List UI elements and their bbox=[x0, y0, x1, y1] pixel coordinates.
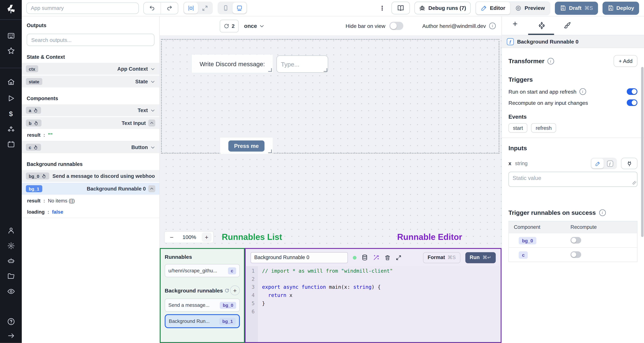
more-options-kebab[interactable]: ⋮ bbox=[378, 4, 387, 12]
chevron-up-icon[interactable] bbox=[148, 120, 155, 126]
code-editor[interactable]: 123456 // import * as wmill from "windmi… bbox=[246, 266, 501, 342]
cache-database-icon[interactable] bbox=[361, 254, 368, 261]
resize-handle[interactable] bbox=[268, 150, 272, 153]
info-icon[interactable]: i bbox=[579, 88, 586, 95]
resize-handle[interactable] bbox=[324, 68, 327, 72]
runnable-name-input[interactable] bbox=[250, 252, 348, 263]
expand-canvas-button[interactable] bbox=[198, 2, 212, 14]
runnable-item-bg1-selected[interactable]: Background Run... bg_1 bbox=[165, 314, 240, 328]
discord-message-input[interactable] bbox=[276, 56, 328, 73]
info-icon[interactable]: i bbox=[547, 58, 554, 64]
schedules-icon[interactable] bbox=[7, 140, 15, 148]
user-icon[interactable] bbox=[7, 227, 15, 234]
add-transformer-button[interactable]: + Add bbox=[614, 55, 638, 67]
folders-icon[interactable] bbox=[7, 272, 15, 280]
line-numbers: 123456 bbox=[246, 266, 258, 342]
redo-button[interactable] bbox=[160, 2, 178, 14]
text-component[interactable]: Write Discord message: bbox=[192, 54, 273, 72]
recompute-label: Recompute on any input changes bbox=[508, 100, 588, 106]
windmill-logo[interactable] bbox=[6, 3, 16, 16]
zoom-in-button[interactable]: + bbox=[202, 232, 212, 242]
runs-icon[interactable] bbox=[7, 94, 15, 102]
debug-runs-button[interactable]: Debug runs (7) bbox=[414, 2, 471, 14]
output-row-c[interactable]: c Button bbox=[22, 141, 159, 153]
variables-icon[interactable]: $ bbox=[9, 110, 13, 118]
canvas-surface[interactable]: Write Discord message: Press me − 100% +… bbox=[160, 35, 502, 248]
star-icon[interactable] bbox=[7, 47, 15, 54]
settings-gear-icon[interactable] bbox=[7, 242, 15, 250]
ai-wand-icon[interactable] bbox=[373, 254, 380, 261]
audit-eye-icon[interactable] bbox=[7, 288, 15, 295]
refresh-interval-dropdown[interactable]: once bbox=[244, 23, 264, 29]
bg0-recompute-toggle[interactable] bbox=[570, 237, 581, 244]
format-button[interactable]: Format ⌘S bbox=[423, 252, 460, 263]
undo-button[interactable] bbox=[144, 2, 160, 14]
home-icon[interactable] bbox=[7, 78, 15, 86]
a-label: Text bbox=[138, 107, 148, 113]
scrollbar-thumb[interactable] bbox=[641, 67, 644, 237]
textinput-component[interactable] bbox=[276, 56, 328, 73]
tab-component-settings[interactable] bbox=[538, 21, 546, 30]
chevron-down-icon[interactable] bbox=[150, 79, 155, 84]
chevron-down-icon[interactable] bbox=[150, 66, 155, 71]
output-row-ctx[interactable]: ctx App Context bbox=[22, 63, 159, 75]
run-on-start-toggle[interactable] bbox=[627, 88, 638, 95]
chevron-up-icon[interactable] bbox=[148, 185, 155, 192]
runnable-item-bg0[interactable]: Send a message... bg_0 bbox=[165, 298, 240, 312]
c-recompute-toggle[interactable] bbox=[570, 251, 581, 258]
static-value-textarea[interactable] bbox=[508, 172, 638, 187]
resources-icon[interactable] bbox=[7, 126, 15, 134]
chevron-down-icon[interactable] bbox=[150, 145, 155, 150]
event-start-pill[interactable]: start bbox=[508, 123, 528, 133]
recompute-toggle[interactable] bbox=[627, 100, 638, 106]
runnable-item-badge: bg_0 bbox=[220, 302, 236, 309]
output-row-a[interactable]: a Text bbox=[22, 104, 159, 116]
apps-icon[interactable] bbox=[7, 32, 15, 40]
expand-editor-icon[interactable] bbox=[396, 254, 402, 260]
tab-theme-brush[interactable] bbox=[564, 21, 571, 29]
eval-mode-function-button[interactable]: ƒ bbox=[604, 158, 616, 168]
status-dot bbox=[353, 256, 356, 259]
tab-insert-component[interactable]: + bbox=[512, 19, 518, 29]
button-component[interactable]: Press me bbox=[220, 138, 273, 154]
connect-plug-button[interactable] bbox=[621, 158, 638, 169]
draft-button[interactable]: Draft ⌘S bbox=[555, 2, 598, 14]
add-background-runnable-button[interactable]: + bbox=[230, 286, 240, 295]
code-content[interactable]: // import * as wmill from "windmill-clie… bbox=[258, 266, 500, 342]
output-row-state[interactable]: state State bbox=[22, 76, 159, 88]
center-align-button[interactable] bbox=[184, 2, 198, 14]
output-row-bg1[interactable]: bg_1 Background Runnable 0 bbox=[22, 183, 159, 195]
collapse-arrow-icon[interactable] bbox=[7, 332, 15, 340]
workers-robot-icon[interactable] bbox=[7, 257, 15, 265]
output-row-b[interactable]: b Text Input bbox=[22, 117, 159, 129]
refresh-count-button[interactable]: 2 bbox=[220, 20, 239, 32]
press-me-button[interactable]: Press me bbox=[228, 140, 264, 151]
text-component-value: Write Discord message: bbox=[200, 60, 265, 67]
event-refresh-pill[interactable]: refresh bbox=[531, 123, 556, 133]
deploy-button[interactable]: Deploy bbox=[602, 2, 639, 14]
mobile-view-button[interactable] bbox=[218, 2, 232, 14]
run-button[interactable]: Run ⌘↵ bbox=[465, 252, 496, 263]
tab-preview[interactable]: Preview bbox=[510, 2, 550, 14]
b-badge: b bbox=[26, 120, 42, 126]
app-summary-input[interactable] bbox=[26, 2, 139, 14]
transformer-row: Transformer i + Add bbox=[508, 55, 638, 67]
runnable-item-scrape-github[interactable]: u/henri/scrape_githu... c bbox=[165, 264, 240, 277]
background-runnables-section: Background runnables + bbox=[165, 286, 240, 295]
help-icon[interactable] bbox=[7, 318, 15, 326]
hide-bar-toggle[interactable] bbox=[390, 22, 404, 30]
state-context-heading: State & Context bbox=[27, 54, 154, 60]
run-on-start-label: Run on start and app refresh bbox=[508, 88, 576, 95]
output-row-bg0[interactable]: bg_0 Send a message to discord using web… bbox=[22, 170, 159, 182]
docs-book-button[interactable] bbox=[392, 2, 410, 14]
delete-trash-icon[interactable] bbox=[384, 254, 390, 260]
zoom-out-button[interactable]: − bbox=[166, 234, 177, 241]
resize-handle[interactable] bbox=[268, 68, 272, 72]
tab-editor[interactable]: Editor bbox=[476, 2, 510, 14]
info-icon[interactable]: i bbox=[489, 23, 496, 29]
info-icon[interactable]: i bbox=[599, 209, 606, 216]
search-outputs-input[interactable] bbox=[27, 34, 154, 46]
static-mode-pencil-button[interactable] bbox=[592, 158, 604, 168]
desktop-view-button[interactable] bbox=[232, 2, 246, 14]
chevron-down-icon[interactable] bbox=[150, 108, 155, 113]
